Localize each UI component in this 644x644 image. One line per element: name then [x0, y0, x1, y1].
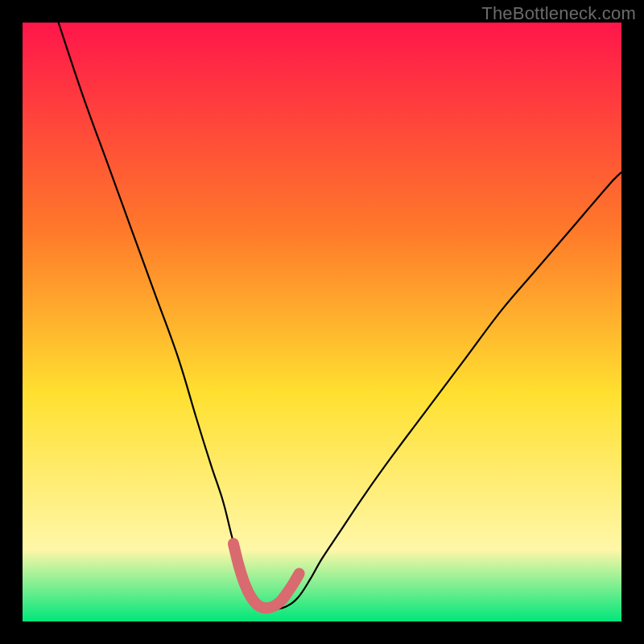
plot-area	[23, 23, 621, 621]
gradient-background	[23, 23, 621, 621]
watermark-text: TheBottleneck.com	[481, 3, 636, 24]
chart-svg	[23, 23, 621, 621]
chart-frame: TheBottleneck.com	[0, 0, 644, 644]
